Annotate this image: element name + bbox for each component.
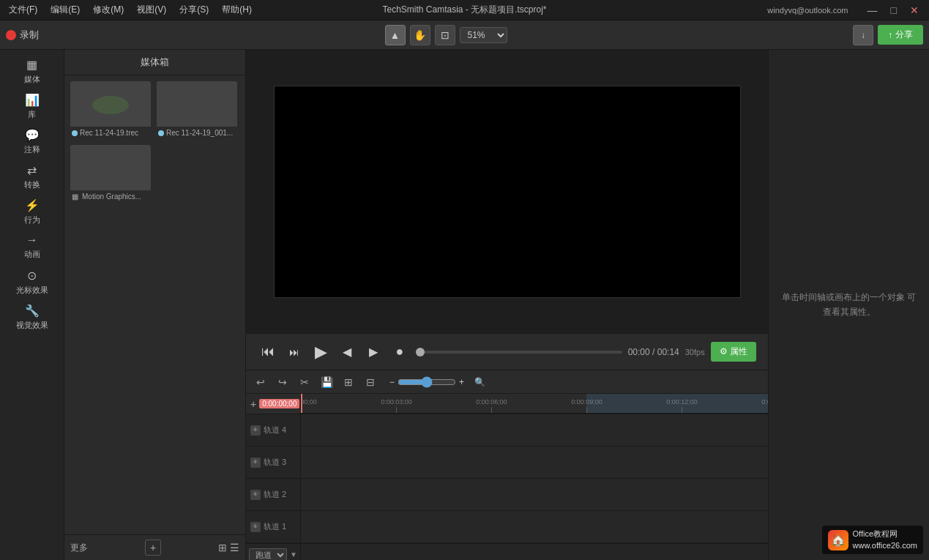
fps-display: 30fps (685, 348, 705, 356)
media-thumbnail-0 (70, 81, 151, 127)
time-display: 00:00 / 00:14 (628, 347, 679, 357)
visual-label: 视觉效果 (16, 320, 48, 331)
crop-tool-button[interactable]: ⊡ (435, 25, 455, 45)
record-button[interactable]: 录制 (6, 29, 39, 42)
media-panel-header: 媒体箱 (64, 50, 245, 75)
minimize-button[interactable]: — (863, 3, 882, 18)
next-frame-button[interactable]: ▶ (363, 342, 384, 362)
media-label-2: ▦ Motion Graphics... (70, 190, 151, 203)
timeline-toolbar: ↩ ↪ ✂ 💾 ⊞ ⊟ − + 🔍 (246, 370, 768, 394)
split-button[interactable]: ⊞ (340, 373, 357, 391)
track-eye-1[interactable]: 👁 (250, 522, 261, 532)
frame-back-button[interactable]: ⏭ (284, 342, 305, 362)
preview-canvas (274, 86, 741, 298)
step-back-button[interactable]: ⏮ (258, 342, 278, 362)
media-thumbnail-2 (70, 145, 151, 190)
record-label: 录制 (20, 29, 39, 42)
media-panel-footer: 更多 + ⊞ ☰ (64, 534, 245, 560)
share-button[interactable]: ↑ 分享 (878, 25, 923, 45)
select-tool-button[interactable]: ▲ (385, 25, 406, 45)
media-item-1[interactable]: Rec 11-24-19_001... (157, 81, 237, 139)
add-track-button[interactable]: + (250, 398, 256, 410)
sidebar-item-behavior[interactable]: ⚡ 行为 (3, 195, 61, 228)
redo-button[interactable]: ↪ (274, 373, 291, 391)
menu-share[interactable]: 分享(S) (176, 2, 212, 18)
track-row-3: 👁 轨道 3 (246, 447, 768, 479)
sidebar-item-animation[interactable]: → 动画 (3, 230, 61, 264)
media-label-0: Rec 11-24-19.trec (70, 127, 151, 139)
track-eye-2[interactable]: 👁 (250, 490, 261, 500)
app-title: TechSmith Camtasia - 无标题项目.tscproj* (382, 4, 546, 16)
cut-button[interactable]: ✂ (296, 373, 313, 391)
track-row-1: 👁 轨道 1 (246, 511, 768, 543)
ruler-mark-2: 0:00:06;00 (491, 407, 492, 413)
media-dot-1 (158, 130, 164, 136)
menu-view[interactable]: 视图(V) (134, 2, 169, 18)
merge-button[interactable]: ⊟ (362, 373, 379, 391)
download-icon: ↓ (861, 30, 865, 40)
progress-bar[interactable] (416, 351, 622, 354)
download-button[interactable]: ↓ (853, 25, 873, 45)
playhead[interactable] (301, 394, 302, 413)
sidebar-item-media[interactable]: ▦ 媒体 (3, 54, 61, 88)
share-icon: ↑ (888, 30, 892, 40)
maximize-button[interactable]: □ (887, 3, 901, 18)
media-grid: Rec 11-24-19.trec Rec 11-24-19_001... ▦ … (64, 75, 245, 534)
canvas-container[interactable] (246, 50, 768, 333)
cursor-icon: ⊙ (27, 269, 37, 283)
menu-file[interactable]: 文件(F) (6, 2, 40, 18)
search-icon: 🔍 (474, 377, 485, 387)
track-eye-3[interactable]: 👁 (250, 458, 261, 468)
close-button[interactable]: ✕ (906, 3, 923, 18)
main-toolbar: 录制 ▲ ✋ ⊡ 51% 25% 50% 75% 100% ↓ ↑ 分享 (0, 20, 929, 50)
sidebar-item-library[interactable]: 📊 库 (3, 89, 61, 123)
track-content-2[interactable] (301, 479, 768, 510)
menu-help[interactable]: 帮助(H) (219, 2, 255, 18)
animation-label: 动画 (24, 249, 40, 260)
menu-modify[interactable]: 修改(M) (90, 2, 127, 18)
transition-icon: ⇄ (27, 163, 37, 177)
track-label-3: 👁 轨道 3 (246, 447, 301, 478)
playhead-time-label: 0:00:00;00 (259, 399, 299, 408)
more-button[interactable]: 更多 (70, 542, 88, 554)
sidebar-item-visual[interactable]: 🔧 视觉效果 (3, 300, 61, 334)
menu-edit[interactable]: 编辑(E) (48, 2, 83, 18)
sidebar-item-cursor[interactable]: ⊙ 光标效果 (3, 265, 61, 299)
zoom-slider-container: − + (389, 376, 464, 388)
timeline-ruler[interactable]: 0:00:00;00 0:00:03;00 0:00:06;00 0: (301, 394, 768, 414)
user-account[interactable]: windyvq@outlook.com (767, 6, 848, 15)
hand-tool-button[interactable]: ✋ (410, 25, 430, 45)
add-media-button[interactable]: + (145, 540, 161, 556)
track-mode-select[interactable]: 跑道 (249, 548, 287, 561)
media-item-0[interactable]: Rec 11-24-19.trec (70, 81, 151, 139)
sidebar-item-annotation[interactable]: 💬 注释 (3, 124, 61, 158)
behavior-icon: ⚡ (25, 198, 40, 212)
track-content-4[interactable] (301, 414, 768, 446)
transition-label: 转换 (24, 179, 40, 190)
play-button[interactable]: ▶ (310, 342, 331, 362)
sidebar-item-transition[interactable]: ⇄ 转换 (3, 160, 61, 193)
track-row-4: 👁 轨道 4 (246, 414, 768, 447)
track-content-1[interactable] (301, 511, 768, 542)
timeline-ruler-row: + 0:00:00;00 0:00:00;00 0:00:03;00 (246, 394, 768, 414)
marker-button[interactable]: ● (389, 342, 410, 362)
annotation-icon: 💬 (25, 128, 40, 142)
prev-frame-button[interactable]: ◀ (337, 342, 357, 362)
track-content-3[interactable] (301, 447, 768, 478)
list-view-button[interactable]: ☰ (230, 542, 239, 553)
grid-view-button[interactable]: ⊞ (218, 542, 227, 553)
track-label-2: 👁 轨道 2 (246, 479, 301, 510)
record-dot (6, 30, 16, 40)
zoom-select[interactable]: 51% 25% 50% 75% 100% (460, 27, 507, 43)
undo-button[interactable]: ↩ (252, 373, 269, 391)
track-eye-4[interactable]: 👁 (250, 425, 261, 436)
track-label-1: 👁 轨道 1 (246, 511, 301, 542)
save-button[interactable]: 💾 (318, 373, 335, 391)
media-item-2[interactable]: ▦ Motion Graphics... (70, 145, 151, 203)
left-sidebar: ▦ 媒体 📊 库 💬 注释 ⇄ 转换 ⚡ 行为 → 动画 ⊙ 光标效果 🔧 (0, 50, 64, 560)
properties-hint: 单击时间轴或画布上的一个对象 可查看其属性。 (777, 291, 920, 318)
timeline-area: ↩ ↪ ✂ 💾 ⊞ ⊟ − + 🔍 + 0:00:00;00 (246, 370, 768, 560)
properties-button[interactable]: ⚙ 属性 (711, 342, 756, 362)
zoom-slider[interactable] (398, 376, 456, 388)
library-label: 库 (28, 109, 36, 120)
